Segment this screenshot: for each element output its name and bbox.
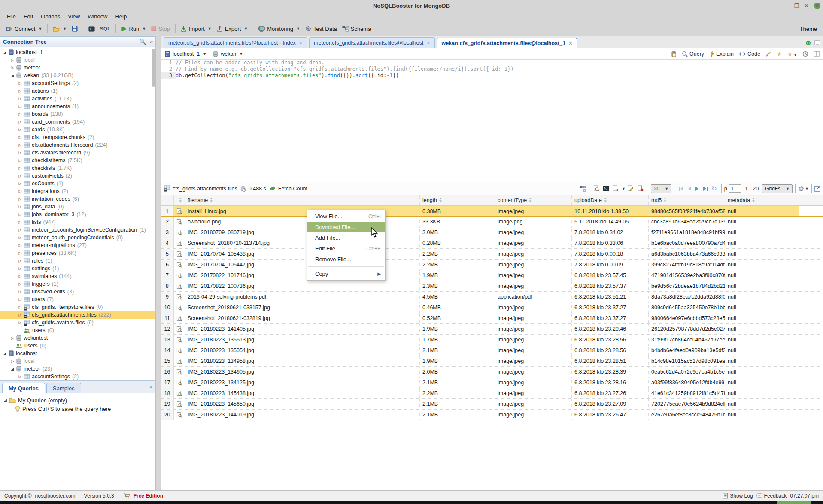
next-page-icon[interactable]: [695, 186, 699, 191]
cell-filename[interactable]: 2016-04-29-solving-problems.pdf: [185, 292, 420, 302]
cell-md5[interactable]: 399c8274fbfb19c818c9af114df8: [649, 260, 725, 270]
sql-button[interactable]: SQL: [97, 24, 113, 33]
my-queries-root[interactable]: ◢ My Queries (empty): [4, 396, 152, 404]
expanded-arrow-icon[interactable]: ◢: [2, 351, 7, 356]
table-row-10[interactable]: 10Screenshot_20180621-033157.jpg0.46MBim…: [161, 302, 823, 313]
collapsed-arrow-icon[interactable]: ▷: [10, 359, 15, 363]
sort-icon[interactable]: [439, 197, 442, 204]
cell-metadata[interactable]: null: [725, 335, 799, 345]
cell-length[interactable]: 2.3MB: [420, 281, 495, 291]
tree-item-users[interactable]: users(0): [0, 326, 155, 334]
collapsed-arrow-icon[interactable]: ▷: [18, 282, 23, 286]
console-view-icon[interactable]: [603, 186, 609, 191]
menu-file[interactable]: File: [3, 12, 19, 21]
view-file-icon[interactable]: [174, 270, 185, 281]
cell-metadata[interactable]: null: [725, 356, 799, 366]
cell-metadata[interactable]: null: [725, 270, 799, 281]
cell-md5[interactable]: 8da73a8df28ea7c2dda92d88f0c: [649, 292, 725, 302]
cell-md5[interactable]: 471901d156539e2ba3f90c870f8: [649, 270, 725, 281]
cell-contentType[interactable]: image/jpeg: [495, 249, 572, 259]
cell-length[interactable]: 3.0MB: [420, 227, 495, 238]
cell-md5[interactable]: be9d56c72bdeae1b784d2bd215: [649, 281, 725, 291]
cell-length[interactable]: 1.9MB: [420, 270, 495, 281]
cell-filename[interactable]: IMG_20180223_134958.jpg: [185, 356, 420, 366]
cell-filename[interactable]: Screenshot_20180621-033157.jpg: [185, 302, 420, 313]
favorites-menu-icon[interactable]: ★▼: [787, 51, 797, 57]
tree-item-presences[interactable]: ▷presences(33.6K): [0, 249, 155, 257]
sort-icon[interactable]: [752, 197, 755, 204]
cell-contentType[interactable]: image/jpeg: [495, 367, 572, 377]
cell-uploadDate[interactable]: 6.8.2018 klo 23.57.45: [572, 270, 649, 281]
schema-button[interactable]: Schema: [340, 24, 374, 34]
tree-item-users[interactable]: ▷users(7): [0, 296, 155, 303]
table-row-19[interactable]: 19IMG_20180223_145650.jpg2.1MBimage/jpeg…: [161, 399, 823, 410]
cell-uploadDate[interactable]: 6.8.2018 klo 23.26.47: [572, 410, 649, 420]
context-menu-item-view-file[interactable]: View File...Ctrl+I: [307, 211, 385, 222]
tree-item-localhost[interactable]: ◢localhost: [0, 350, 155, 357]
collapsed-arrow-icon[interactable]: ▷: [18, 166, 23, 170]
cell-md5[interactable]: 31f99f17cb864ce04b467a97ee8: [649, 335, 725, 345]
explain-button[interactable]: Explain: [709, 51, 734, 57]
cell-contentType[interactable]: image/jpeg: [495, 260, 572, 270]
find-in-results-icon[interactable]: [593, 185, 599, 192]
close-tab-icon[interactable]: ✕: [568, 41, 572, 46]
tree-item-wekan[interactable]: ◢wekan(33 | 0.21GB): [0, 72, 155, 79]
page-input[interactable]: [729, 184, 741, 193]
view-file-icon[interactable]: [174, 410, 185, 420]
connect-button[interactable]: Connect▼: [3, 24, 45, 34]
editor-line-1[interactable]: 1// Files can be added easily with drag …: [161, 60, 823, 66]
restore-icon[interactable]: ✕: [804, 3, 809, 9]
cell-length[interactable]: 2.1MB: [420, 345, 495, 356]
cell-length[interactable]: 4.5MB: [420, 292, 495, 302]
collapsed-arrow-icon[interactable]: ▷: [18, 205, 23, 209]
prev-page-icon[interactable]: [687, 186, 692, 191]
cell-uploadDate[interactable]: 6.8.2018 klo 23.28.39: [572, 367, 649, 377]
collapsed-arrow-icon[interactable]: ▷: [18, 235, 23, 240]
view-mode-select[interactable]: GridFs▼: [762, 184, 793, 193]
collapsed-arrow-icon[interactable]: ▷: [18, 313, 23, 317]
cell-uploadDate[interactable]: 6.8.2018 klo 23.27.09: [572, 399, 649, 409]
cell-uploadDate[interactable]: 6.8.2018 klo 23.29.46: [572, 324, 649, 334]
view-file-icon[interactable]: [174, 292, 185, 302]
context-menu-item-edit-file[interactable]: Edit File...Ctrl+E: [307, 243, 385, 254]
chevrons-down-icon[interactable]: »: [149, 384, 152, 389]
table-row-15[interactable]: 15IMG_20180223_134958.jpg1.9MBimage/jpeg…: [161, 356, 823, 367]
cell-filename[interactable]: IMG_20180223_141405.jpg: [185, 324, 420, 334]
sort-icon[interactable]: [528, 197, 532, 204]
collapsed-arrow-icon[interactable]: ▷: [18, 151, 23, 155]
monitoring-button[interactable]: Monitoring▼: [256, 24, 303, 34]
cell-uploadDate[interactable]: 7.8.2018 klo 0.34.02: [572, 227, 649, 238]
cell-filename[interactable]: IMG_20180223_145650.jpg: [185, 399, 420, 409]
view-file-icon[interactable]: [174, 260, 185, 270]
collapsed-arrow-icon[interactable]: ▷: [18, 127, 23, 132]
cell-contentType[interactable]: image/jpeg: [495, 399, 572, 409]
collapsed-arrow-icon[interactable]: ▷: [18, 104, 23, 109]
table-row-17[interactable]: 17IMG_20180223_134125.jpg2.1MBimage/jpeg…: [161, 377, 823, 388]
export-button[interactable]: Export▼: [214, 24, 251, 34]
view-file-icon[interactable]: [174, 238, 185, 248]
cell-filename[interactable]: IMG_20180223_145438.jpg: [185, 388, 420, 398]
tree-item-meteor-oauth-pendingcredentials[interactable]: ▷meteor_oauth_pendingCredentials(0): [0, 234, 155, 241]
table-row-5[interactable]: 5IMG_20170704_105438.jpg2.2MBimage/jpeg7…: [161, 249, 823, 260]
cell-filename[interactable]: IMG_20180223_134125.jpg: [185, 377, 420, 388]
cell-length[interactable]: 2.1MB: [420, 377, 495, 388]
table-row-2[interactable]: 2owncloud.png33.3KBimage/png5.11.2018 kl…: [161, 217, 823, 227]
cell-contentType[interactable]: image/jpeg: [495, 345, 572, 356]
cell-contentType[interactable]: application/pdf: [495, 292, 572, 302]
new-tab-icon[interactable]: ⊕: [805, 39, 811, 47]
table-row-18[interactable]: 18IMG_20180223_145438.jpg2.2MBimage/jpeg…: [161, 388, 823, 399]
tree-item-invitation-codes[interactable]: ▷invitation_codes(6): [0, 195, 155, 203]
scrollbar-thumb[interactable]: [152, 49, 155, 87]
cell-uploadDate[interactable]: 6.8.2018 klo 23.27.26: [572, 388, 649, 398]
schema-view-icon[interactable]: [580, 186, 586, 192]
tree-item-integrations[interactable]: ▷integrations(2): [0, 187, 155, 195]
table-row-14[interactable]: 14IMG_20180223_135054.jpg2.1MBimage/jpeg…: [161, 345, 823, 356]
view-file-icon[interactable]: [174, 388, 185, 398]
first-page-icon[interactable]: [679, 186, 684, 191]
context-menu-item-copy[interactable]: Copy▶: [307, 269, 385, 279]
tree-item-cfs-gridfs-avatars-files[interactable]: ▷cfs_gridfs.avatars.files(9): [0, 319, 155, 326]
table-row-7[interactable]: 7IMG_20170822_101746.jpg1.9MBimage/jpeg6…: [161, 270, 823, 281]
collapsed-arrow-icon[interactable]: ▷: [10, 336, 15, 340]
delete-document-icon[interactable]: [637, 185, 644, 192]
cell-md5[interactable]: 9800664e097e6cbbd573c28e5d: [649, 313, 725, 323]
